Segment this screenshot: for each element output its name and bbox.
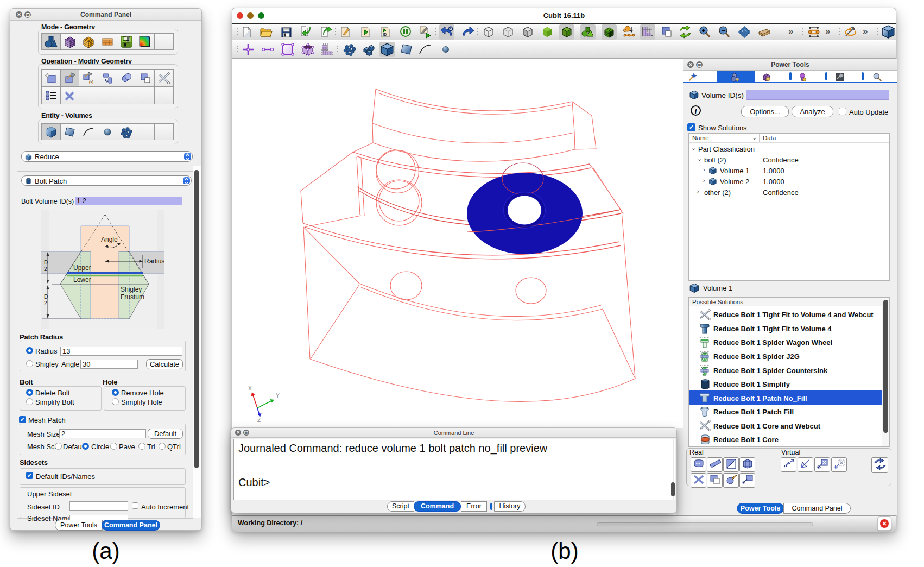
- svg-text:Lower: Lower: [73, 276, 91, 284]
- svg-text:Z: Z: [257, 417, 261, 423]
- svg-text:D: D: [44, 260, 48, 266]
- svg-text:2: 2: [44, 266, 47, 272]
- svg-text:X: X: [248, 386, 252, 392]
- svg-text:Shigley: Shigley: [121, 286, 142, 293]
- svg-text:Y: Y: [276, 393, 280, 399]
- svg-text:Angle: Angle: [101, 236, 118, 243]
- svg-text:D: D: [44, 294, 48, 300]
- svg-text:(v): (v): [89, 80, 93, 84]
- svg-text:Upper: Upper: [73, 264, 91, 272]
- svg-text:ID: ID: [383, 32, 387, 37]
- svg-text:2: 2: [44, 300, 47, 306]
- svg-text:Radius: Radius: [144, 257, 164, 265]
- svg-text:Frustum: Frustum: [121, 293, 144, 301]
